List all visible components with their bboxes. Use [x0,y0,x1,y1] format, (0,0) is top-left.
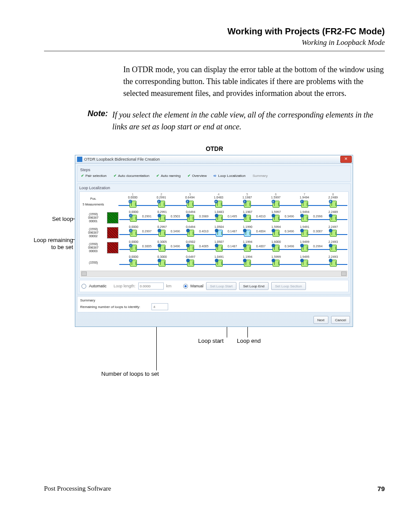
row-thumbnail[interactable] [107,242,118,253]
step-label: Overview [192,174,206,178]
event-icon[interactable]: 3 [187,201,194,208]
horizontal-scrollbar[interactable] [81,271,347,277]
event-icon[interactable] [216,245,223,252]
event-icon[interactable] [330,215,337,222]
event-icon[interactable] [330,260,337,267]
row-track: 0.0000C0.30050.30050.34960.65020.40051.0… [119,240,347,255]
steps-panel: Steps ✔Pair selection ✔Auto documentatio… [77,165,351,182]
event-icon[interactable] [301,230,308,237]
loop-length-label: Loop length: [114,284,136,288]
steps-heading: Steps [80,168,348,172]
event-icon[interactable] [187,260,194,267]
event-col: 0.0000C0.2997 [119,225,148,240]
step-summary[interactable]: Summary [253,174,274,178]
event-icon[interactable] [273,230,280,237]
step-label: Auto documentation [118,174,149,178]
event-col: 0.0000C [119,255,148,270]
event-icon[interactable] [273,245,280,252]
event-icon[interactable] [187,230,194,237]
event-col: 2.2493 [319,240,347,255]
event-col: 0.64940.4010 [177,225,205,240]
loop-localization-panel: Loop Localization Pos. 5 Measurements 10… [77,183,351,294]
event-icon[interactable] [187,215,194,222]
check-icon: ✔ [188,174,191,178]
step-loop-localization[interactable]: ➪Loop Localization [214,174,251,178]
row-thumbnail[interactable] [107,212,118,224]
event-icon[interactable] [216,215,223,222]
event-col: 0.29970.3496 [148,225,177,240]
step-auto-naming[interactable]: ✔Auto naming [156,174,187,178]
event-icon[interactable] [158,245,166,252]
step-overview[interactable]: ✔Overview [188,174,213,178]
measurement-grid: Pos. 5 Measurements 10.0000C20.2991230.6… [79,191,349,278]
step-label: Auto naming [161,174,181,178]
event-icon[interactable]: C [130,215,137,222]
set-loop-section-button[interactable]: Set Loop Section [271,282,306,290]
event-icon[interactable] [244,215,251,222]
event-icon[interactable]: 7 [301,201,308,208]
event-icon[interactable] [187,245,194,252]
event-icon[interactable] [273,215,280,222]
event-col: 1.60000.3498 [262,240,291,255]
dialog-window: OTDR Loopback Bidirectional File Creatio… [75,155,353,327]
check-icon: ✔ [81,174,84,178]
event-icon[interactable] [330,230,337,237]
set-loop-start-button[interactable]: Set Loop Start [206,282,236,290]
event-icon[interactable] [158,260,166,267]
cancel-button[interactable]: Cancel [331,316,350,324]
label-loop-start: Loop start [198,338,224,344]
step-label: Pair selection [85,174,107,178]
event-icon[interactable] [244,260,251,267]
event-icon[interactable]: 8 [330,201,337,208]
event-icon[interactable]: 6 [273,201,280,208]
next-button[interactable]: Next [313,316,328,324]
page-footer: Post Processing Software 79 [44,485,385,492]
loop-length-input[interactable]: 0.0000 [138,283,164,290]
event-icon[interactable] [330,245,337,252]
event-icon[interactable] [244,245,251,252]
event-col: 1.04830.1495 [205,210,233,225]
event-col: 1.94940.2996 [291,210,319,225]
event-col: 0.65020.4005 [177,240,205,255]
radio-automatic[interactable] [81,284,86,289]
measurement-row: (1550)0.0000C0.30000.64971.04911.19941.5… [81,255,347,270]
event-icon[interactable]: C [130,260,137,267]
event-icon[interactable]: 5 [244,201,251,208]
close-button[interactable]: ✕ [340,156,352,163]
event-icon[interactable] [216,260,223,267]
event-icon[interactable] [244,230,251,237]
step-auto-documentation[interactable]: ✔Auto documentation [114,174,155,178]
header-col: 10.0000C [118,193,147,210]
step-pair-selection[interactable]: ✔Pair selection [81,174,113,178]
event-icon[interactable] [216,230,223,237]
event-icon[interactable]: C [130,230,137,237]
event-icon[interactable] [273,260,280,267]
event-icon[interactable]: C [130,245,137,252]
event-icon[interactable] [158,230,166,237]
event-col: 0.30050.3496 [148,240,177,255]
event-icon[interactable]: 4 [215,201,222,208]
event-col: 1.94910.3007 [291,225,319,240]
event-icon[interactable] [301,260,308,267]
loop-loc-heading: Loop Localization [79,186,349,190]
event-col: 1.9495 [291,255,319,270]
event-col: 2.2497 [319,225,347,240]
event-icon[interactable] [158,215,166,222]
header-track: 10.0000C20.2991230.6494341.0483451.19875… [118,193,347,210]
event-icon[interactable] [301,215,308,222]
event-icon[interactable]: C [129,201,136,208]
check-icon: ✔ [114,174,117,178]
event-icon[interactable]: 2 [158,201,165,208]
row-thumbnail[interactable] [107,227,118,238]
header-rule [44,51,385,51]
figure-wrap: Set loop Loop remaining to be set Loop s… [75,155,385,327]
event-col: 1.59940.3496 [262,225,291,240]
arrow-right-icon: ➪ [214,174,217,178]
event-icon[interactable] [301,245,308,252]
titlebar[interactable]: OTDR Loopback Bidirectional File Creatio… [75,155,353,164]
body-paragraph: In OTDR mode, you can display the error … [123,64,385,99]
grid-header-row: Pos. 5 Measurements 10.0000C20.2991230.6… [81,193,347,210]
radio-manual[interactable] [183,284,188,289]
label-loop-end: Loop end [237,338,261,344]
set-loop-end-button[interactable]: Set Loop End [239,282,268,290]
